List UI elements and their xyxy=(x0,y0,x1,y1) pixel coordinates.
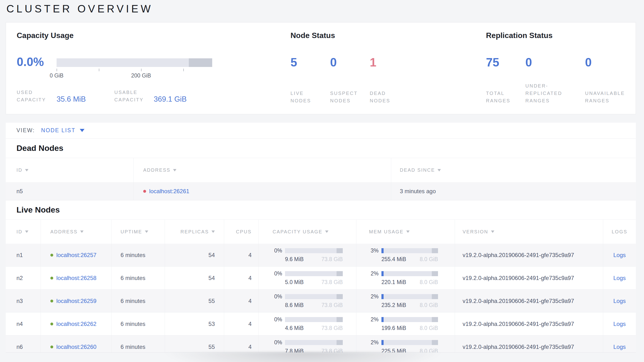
sort-arrow-icon xyxy=(212,231,215,233)
live-col-version[interactable]: VERSION xyxy=(455,220,603,244)
capacity-bar-track xyxy=(56,58,212,67)
mem-mini-bar xyxy=(382,294,438,299)
axis-label-0gib: 0 GiB xyxy=(50,72,64,79)
live-col-capacity-usage[interactable]: CAPACITY USAGE xyxy=(258,220,356,244)
node-id: n3 xyxy=(6,290,40,312)
capacity-bar-ticks xyxy=(56,69,212,72)
dead-col-dead-since[interactable]: DEAD SINCE xyxy=(391,158,636,182)
node-cpus: 4 xyxy=(224,290,258,312)
capacity-percent: 0% xyxy=(272,339,282,346)
logs-link[interactable]: Logs xyxy=(613,298,626,304)
view-mode-selected: NODE LIST xyxy=(41,127,76,134)
node-address-link[interactable]: localhost:26257 xyxy=(56,252,96,258)
live-nodes-heading: Live Nodes xyxy=(6,200,636,220)
used-capacity-value: 35.6 MiB xyxy=(56,95,86,104)
capacity-usage-percent: 0.0% xyxy=(17,55,44,69)
capacity-usage-bar: 0 GiB 200 GiB xyxy=(56,58,212,80)
node-version: v19.2.0-alpha.20190606-2491-gfe735c9a97 xyxy=(455,290,603,312)
capacity-usage-cell: 0% 4.6 MiB 73.8 GiB xyxy=(272,312,343,331)
capacity-used-value: 7.8 MiB xyxy=(285,348,304,353)
live-col-logs: LOGS xyxy=(603,220,636,244)
mem-percent: 3% xyxy=(369,248,378,254)
logs-link[interactable]: Logs xyxy=(613,343,626,350)
dead-nodes-header-row: ID ADDRESS DEAD SINCE xyxy=(6,158,636,182)
sort-arrow-icon xyxy=(173,169,176,171)
mem-usage-cell: 2% 199.6 MiB 8.0 GiB xyxy=(369,312,438,331)
capacity-used-value: 4.6 MiB xyxy=(285,325,304,331)
capacity-total-value: 73.8 GiB xyxy=(322,279,343,285)
node-list-content: Dead Nodes ID ADDRESS DEAD SINCE n5 loca… xyxy=(6,139,636,353)
node-replicas: 55 xyxy=(165,335,224,353)
live-col-replicas[interactable]: REPLICAS xyxy=(165,220,224,244)
mem-total-value: 8.0 GiB xyxy=(420,279,438,285)
suspect-nodes-count: 0 xyxy=(330,56,337,69)
node-uptime: 6 minutes xyxy=(111,312,165,335)
live-status-dot-icon xyxy=(50,345,53,348)
logs-link[interactable]: Logs xyxy=(613,252,626,258)
dead-node-dead-since: 3 minutes ago xyxy=(391,182,636,200)
under-replicated-ranges-count: 0 xyxy=(525,56,532,69)
dead-node-address-link[interactable]: localhost:26261 xyxy=(149,188,189,195)
node-address-link[interactable]: localhost:26259 xyxy=(56,298,96,304)
tick-icon xyxy=(56,69,57,71)
suspect-nodes-label: SUSPECT NODES xyxy=(330,90,362,104)
capacity-usage-cell: 0% 9.6 MiB 73.8 GiB xyxy=(272,244,343,263)
live-node-row: n3 localhost:26259 6 minutes 55 4 0% 8.6… xyxy=(6,290,636,312)
capacity-mini-bar xyxy=(285,317,343,322)
node-version: v19.2.0-alpha.20190606-2491-gfe735c9a97 xyxy=(455,244,603,266)
tick-icon xyxy=(99,69,99,71)
axis-label-200gib: 200 GiB xyxy=(131,72,151,79)
live-status-dot-icon xyxy=(50,322,53,325)
mem-used-value: 220.1 MiB xyxy=(382,279,406,285)
live-col-uptime[interactable]: UPTIME xyxy=(111,220,165,244)
node-cpus: 4 xyxy=(224,312,258,335)
node-uptime: 6 minutes xyxy=(111,335,165,353)
mem-total-value: 8.0 GiB xyxy=(420,256,438,263)
node-address-link[interactable]: localhost:26258 xyxy=(56,275,96,281)
tick-icon xyxy=(141,69,142,71)
tick-icon xyxy=(183,69,184,71)
dead-nodes-heading: Dead Nodes xyxy=(6,139,636,158)
node-version: v19.2.0-alpha.20190606-2491-gfe735c9a97 xyxy=(455,312,603,335)
capacity-bar-reserved-segment xyxy=(189,58,212,67)
logs-link[interactable]: Logs xyxy=(613,275,626,281)
capacity-percent: 0% xyxy=(272,316,282,323)
logs-link[interactable]: Logs xyxy=(613,321,626,327)
mem-total-value: 8.0 GiB xyxy=(420,302,438,308)
node-address-link[interactable]: localhost:26262 xyxy=(56,321,96,327)
node-address-link[interactable]: localhost:26260 xyxy=(56,343,96,350)
node-uptime: 6 minutes xyxy=(111,267,165,289)
sort-arrow-icon xyxy=(438,169,441,171)
mem-mini-bar xyxy=(382,248,438,253)
capacity-used-value: 5.0 MiB xyxy=(285,279,304,285)
sort-arrow-icon xyxy=(325,231,328,233)
mem-used-value: 255.4 MiB xyxy=(382,256,406,263)
sort-arrow-icon xyxy=(25,231,28,233)
unavailable-ranges-count: 0 xyxy=(585,56,592,69)
view-mode-dropdown[interactable]: NODE LIST xyxy=(41,127,84,134)
sort-arrow-icon xyxy=(491,231,494,233)
live-col-mem-usage[interactable]: MEM USAGE xyxy=(356,220,455,244)
capacity-total-value: 73.8 GiB xyxy=(322,325,343,331)
live-col-cpus[interactable]: CPUS xyxy=(224,220,258,244)
node-replicas: 53 xyxy=(165,312,224,335)
capacity-used-value: 9.6 MiB xyxy=(285,256,304,263)
capacity-usage-cell: 0% 7.8 MiB 73.8 GiB xyxy=(272,335,343,353)
live-nodes-count: 5 xyxy=(290,56,297,69)
live-col-id[interactable]: ID xyxy=(6,220,40,244)
mem-used-value: 235.2 MiB xyxy=(382,302,406,308)
node-replicas: 55 xyxy=(165,290,224,312)
total-ranges-label: TOTAL RANGES xyxy=(486,90,517,104)
dead-col-id[interactable]: ID xyxy=(6,158,134,182)
capacity-percent: 0% xyxy=(272,270,282,277)
mem-mini-bar xyxy=(382,271,438,276)
live-node-row: n1 localhost:26257 6 minutes 54 4 0% 9.6… xyxy=(6,244,636,267)
dead-col-address[interactable]: ADDRESS xyxy=(134,158,391,182)
mem-used-value: 199.6 MiB xyxy=(382,325,406,331)
used-capacity-label: USED CAPACITY xyxy=(17,89,56,104)
node-version: v19.2.0-alpha.20190606-2491-gfe735c9a97 xyxy=(455,267,603,289)
mem-mini-bar xyxy=(382,340,438,345)
node-replicas: 54 xyxy=(165,267,224,289)
live-col-address[interactable]: ADDRESS xyxy=(40,220,111,244)
capacity-mini-bar xyxy=(285,271,343,276)
